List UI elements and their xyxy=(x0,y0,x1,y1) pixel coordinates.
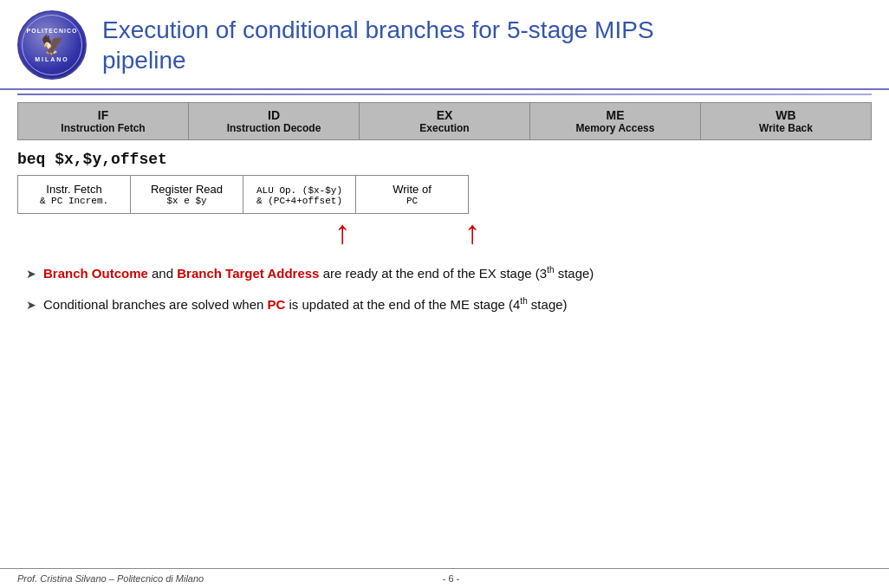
beq-instruction: beq $x,$y,offset xyxy=(17,151,872,168)
bullet1-rest: are ready at the end of the EX stage (3t… xyxy=(323,266,594,281)
stage-wb-abbr: WB xyxy=(704,108,867,122)
stage-if: IF Instruction Fetch xyxy=(18,103,189,140)
bullet-item-2: ➤ Conditional branches are solved when P… xyxy=(26,295,872,314)
inner-cell-0-line2: & PC Increm. xyxy=(27,196,121,206)
arrows-container: ↑ ↑ xyxy=(17,216,872,249)
inner-table: Instr. Fetch & PC Increm. Register Read … xyxy=(17,175,469,214)
logo-text-bottom: MILANO xyxy=(35,56,69,62)
stage-wb-name: Write Back xyxy=(704,122,867,134)
arrow-up-1: ↑ xyxy=(277,216,407,249)
inner-cell-1-line2: $x e $y xyxy=(140,196,234,206)
logo-inner: POLITECNICO 🦅 MILANO xyxy=(22,15,82,75)
bullet2-post: is updated at the end of the ME stage (4… xyxy=(289,297,568,312)
inner-cell-0-line1: Instr. Fetch xyxy=(46,183,101,196)
logo-eagle-icon: 🦅 xyxy=(41,34,64,56)
inner-table-container: Instr. Fetch & PC Increm. Register Read … xyxy=(17,175,872,214)
inner-cell-2: ALU Op. ($x-$y) & (PC+4+offset) xyxy=(243,176,356,214)
main-title: Execution of conditional branches for 5-… xyxy=(102,15,872,75)
stage-me-name: Memory Access xyxy=(534,122,697,134)
pc-text: PC xyxy=(268,297,286,312)
title-line1: Execution of conditional branches for 5-… xyxy=(102,16,654,43)
arrow-up-2: ↑ xyxy=(407,216,537,249)
stage-if-name: Instruction Fetch xyxy=(22,122,185,134)
inner-cell-0: Instr. Fetch & PC Increm. xyxy=(18,176,131,214)
stage-if-abbr: IF xyxy=(22,108,185,122)
stage-row: IF Instruction Fetch ID Instruction Deco… xyxy=(18,103,872,140)
inner-cell-3: Write of PC xyxy=(356,176,469,214)
stage-id: ID Instruction Decode xyxy=(189,103,360,140)
stage-me-abbr: ME xyxy=(534,108,697,122)
bullet-text-1: Branch Outcome and Branch Target Address… xyxy=(43,264,872,282)
bullet2-pre: Conditional branches are solved when xyxy=(43,297,268,312)
arrow-spacer-0 xyxy=(17,216,147,249)
footer: Prof. Cristina Silvano – Politecnico di … xyxy=(0,568,889,588)
inner-cell-2-line2: & (PC+4+offset) xyxy=(252,196,347,206)
stage-id-name: Instruction Decode xyxy=(192,122,355,134)
inner-table-row: Instr. Fetch & PC Increm. Register Read … xyxy=(18,176,469,214)
bullet1-and: and xyxy=(152,266,177,281)
branch-outcome-text: Branch Outcome xyxy=(43,266,148,281)
branch-target-text: Branch Target Address xyxy=(177,266,319,281)
title-block: Execution of conditional branches for 5-… xyxy=(102,15,872,75)
bullet-arrow-1: ➤ xyxy=(26,266,36,283)
inner-cell-2-line1: ALU Op. ($x-$y) xyxy=(256,185,342,196)
stage-wb: WB Write Back xyxy=(701,103,872,140)
up-arrow-icon-1: ↑ xyxy=(334,216,351,249)
bullet-text-2: Conditional branches are solved when PC … xyxy=(43,295,872,313)
arrow-spacer-1 xyxy=(147,216,277,249)
bullet-arrow-2: ➤ xyxy=(26,297,36,314)
inner-cell-3-line1: Write of xyxy=(393,183,432,196)
logo: POLITECNICO 🦅 MILANO xyxy=(17,10,87,80)
logo-text-top: POLITECNICO xyxy=(27,28,78,34)
stage-ex-name: Execution xyxy=(363,122,526,134)
inner-cell-1-line1: Register Read xyxy=(151,183,223,196)
bullet-item-1: ➤ Branch Outcome and Branch Target Addre… xyxy=(26,264,872,283)
stage-id-abbr: ID xyxy=(192,108,355,122)
inner-cell-1: Register Read $x e $y xyxy=(131,176,243,214)
stage-ex-abbr: EX xyxy=(363,108,526,122)
inner-cell-3-line2: PC xyxy=(365,196,459,206)
stage-me: ME Memory Access xyxy=(530,103,701,140)
header: POLITECNICO 🦅 MILANO Execution of condit… xyxy=(0,0,889,90)
footer-center: - 6 - xyxy=(443,573,460,584)
title-line2: pipeline xyxy=(102,47,186,74)
up-arrow-icon-2: ↑ xyxy=(464,216,481,249)
footer-left: Prof. Cristina Silvano – Politecnico di … xyxy=(17,573,204,584)
bullets-section: ➤ Branch Outcome and Branch Target Addre… xyxy=(26,264,872,313)
header-divider xyxy=(17,94,872,95)
stage-table: IF Instruction Fetch ID Instruction Deco… xyxy=(17,102,872,140)
stage-ex: EX Execution xyxy=(360,103,530,140)
